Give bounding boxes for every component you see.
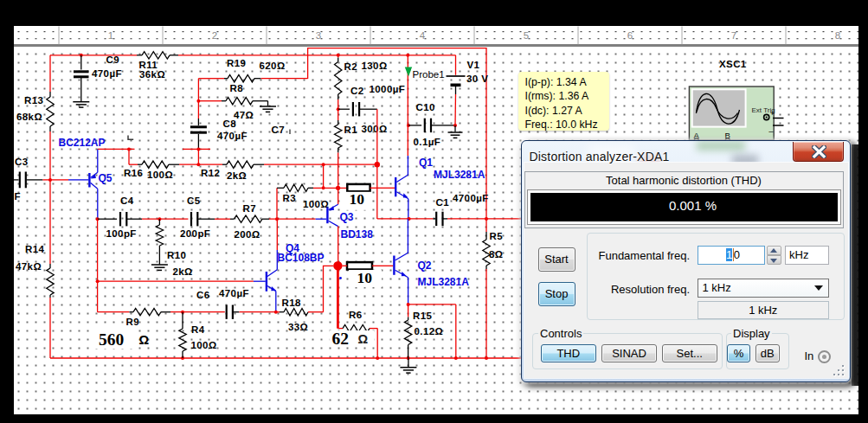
svg-text:10: 10 — [350, 190, 365, 208]
svg-text:200pF: 200pF — [180, 228, 210, 239]
svg-text:33Ω: 33Ω — [288, 322, 308, 332]
svg-text:V1: V1 — [467, 60, 480, 70]
svg-text:470µF: 470µF — [217, 131, 248, 141]
svg-text:R6: R6 — [349, 310, 363, 320]
svg-text:R1: R1 — [344, 125, 358, 135]
svg-text:C3: C3 — [15, 157, 29, 167]
svg-text:7: 7 — [731, 30, 736, 41]
svg-text:Q3: Q3 — [340, 211, 354, 223]
svg-text:2: 2 — [212, 30, 217, 41]
svg-text:6: 6 — [627, 30, 633, 41]
svg-text:10: 10 — [357, 269, 373, 286]
svg-text:8: 8 — [835, 30, 840, 41]
svg-text:XSC1: XSC1 — [719, 59, 747, 69]
svg-text:R15: R15 — [413, 311, 433, 321]
svg-text:300Ω: 300Ω — [362, 124, 388, 134]
svg-text:Probe1: Probe1 — [413, 69, 445, 80]
svg-text:R12: R12 — [201, 168, 220, 178]
svg-text:470µF: 470µF — [92, 68, 122, 79]
svg-text:Ω: Ω — [358, 332, 369, 346]
svg-text:R8: R8 — [230, 83, 244, 93]
svg-text:30 V: 30 V — [466, 74, 488, 84]
svg-text:R4: R4 — [191, 324, 205, 335]
svg-text:C6: C6 — [196, 290, 210, 300]
svg-text:130Ω: 130Ω — [362, 61, 388, 71]
svg-text:47Ω: 47Ω — [234, 110, 254, 120]
svg-text:68kΩ: 68kΩ — [16, 112, 42, 122]
svg-text:560: 560 — [99, 330, 124, 349]
svg-text:R5: R5 — [490, 231, 504, 241]
svg-text:47kΩ: 47kΩ — [16, 261, 42, 272]
svg-text:BD138: BD138 — [341, 228, 374, 240]
svg-text:Q5: Q5 — [99, 172, 113, 184]
svg-text:470µF: 470µF — [219, 288, 249, 298]
svg-text:R19: R19 — [227, 58, 246, 68]
svg-text:8Ω: 8Ω — [489, 249, 503, 260]
svg-text:100pF: 100pF — [106, 228, 137, 239]
svg-text:R2: R2 — [344, 61, 358, 72]
svg-text:620Ω: 620Ω — [260, 61, 286, 71]
svg-text:100Ω: 100Ω — [147, 170, 173, 180]
svg-text:0.1µF: 0.1µF — [414, 137, 441, 147]
svg-text:R9: R9 — [126, 317, 140, 327]
svg-text:C10: C10 — [416, 102, 435, 112]
svg-text:R3: R3 — [283, 193, 297, 203]
svg-text:R7: R7 — [243, 203, 257, 214]
svg-text:62: 62 — [332, 330, 350, 348]
svg-text:C5: C5 — [187, 195, 201, 206]
svg-text:100Ω: 100Ω — [303, 199, 329, 209]
svg-text:1: 1 — [108, 30, 113, 41]
svg-text:3: 3 — [316, 30, 321, 41]
svg-text:MJL3281A: MJL3281A — [434, 169, 485, 181]
svg-text:C1: C1 — [436, 197, 450, 208]
svg-text:C9: C9 — [106, 54, 120, 65]
svg-text:R18: R18 — [282, 298, 302, 308]
svg-text:_: _ — [768, 124, 775, 132]
svg-text:1000µF: 1000µF — [370, 84, 406, 94]
svg-text:BC212AP: BC212AP — [59, 137, 106, 149]
svg-text:C4: C4 — [120, 195, 134, 206]
svg-text:MJL3281A: MJL3281A — [418, 276, 470, 288]
svg-text:BC108BP: BC108BP — [278, 252, 325, 264]
svg-text:Ω: Ω — [139, 333, 150, 347]
svg-text:200Ω: 200Ω — [235, 229, 260, 240]
svg-text:36kΩ: 36kΩ — [139, 69, 165, 80]
svg-text:C7: C7 — [272, 125, 286, 135]
svg-text:C2: C2 — [350, 86, 364, 96]
svg-text:+: + — [770, 109, 775, 118]
svg-text:R14: R14 — [25, 244, 45, 254]
svg-text:Q1: Q1 — [419, 157, 433, 169]
svg-text:5: 5 — [524, 30, 529, 41]
svg-text:R16: R16 — [124, 168, 143, 178]
svg-text:Q2: Q2 — [418, 260, 432, 272]
svg-text:2kΩ: 2kΩ — [173, 266, 193, 277]
svg-text:R10: R10 — [167, 250, 186, 260]
svg-text:0.12Ω: 0.12Ω — [415, 326, 444, 336]
svg-text:4: 4 — [420, 30, 426, 41]
svg-text:2kΩ: 2kΩ — [227, 170, 247, 181]
svg-text:100Ω: 100Ω — [191, 340, 217, 350]
svg-text:R13: R13 — [24, 95, 43, 106]
svg-text:F: F — [15, 191, 21, 202]
svg-text:4700µF: 4700µF — [453, 193, 489, 203]
